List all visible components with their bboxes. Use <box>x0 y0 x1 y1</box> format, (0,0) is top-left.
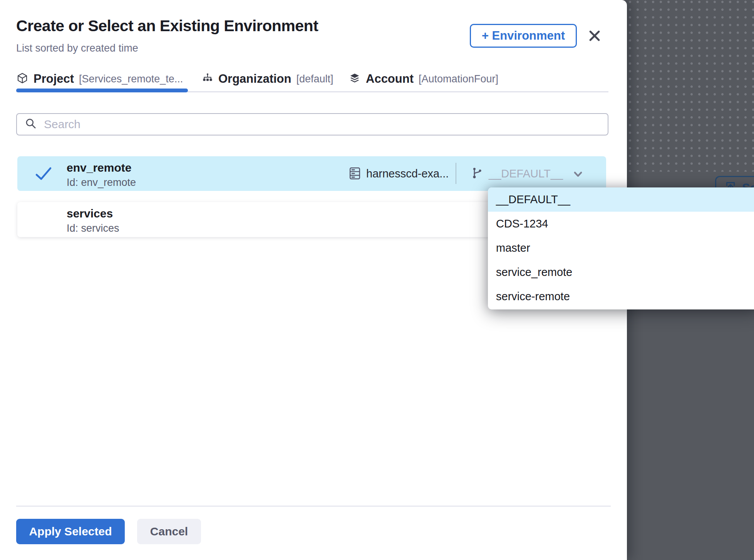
tab-account[interactable]: Account [AutomationFour] <box>349 70 498 88</box>
environment-name: services <box>67 207 113 220</box>
tab-account-label: Account <box>366 72 414 86</box>
branch-option-service-underscore-remote[interactable]: service_remote <box>488 260 754 284</box>
page-title: Create or Select an Existing Environment <box>16 17 318 35</box>
branch-option-master[interactable]: master <box>488 236 754 260</box>
org-chart-icon <box>202 72 213 85</box>
vertical-divider <box>456 163 456 184</box>
tab-project[interactable]: Project [Services_remote_te... <box>16 70 183 88</box>
footer-divider <box>16 506 611 507</box>
branch-select[interactable]: __DEFAULT__ <box>468 156 606 191</box>
chevron-down-icon[interactable] <box>571 167 585 182</box>
canvas-dot-grid <box>627 0 754 172</box>
repository-name: harnesscd-exa... <box>366 167 449 180</box>
branch-option-cds-1234[interactable]: CDS-1234 <box>488 212 754 236</box>
tab-organization-scope: [default] <box>296 73 333 85</box>
search-icon <box>25 117 37 131</box>
cancel-button[interactable]: Cancel <box>137 519 201 544</box>
environment-id: Id: env_remote <box>67 177 136 189</box>
tab-project-label: Project <box>34 72 74 86</box>
apply-selected-button[interactable]: Apply Selected <box>16 519 125 544</box>
new-environment-button[interactable]: + Environment <box>470 24 577 48</box>
check-icon <box>35 167 52 182</box>
branch-current-value: __DEFAULT__ <box>489 167 563 180</box>
layers-icon <box>349 72 361 85</box>
environment-id: Id: services <box>67 222 119 234</box>
active-tab-indicator <box>16 89 188 92</box>
branch-option-service-dash-remote[interactable]: service-remote <box>488 284 754 309</box>
screen: Save Create or Select an Existing Enviro… <box>0 0 754 560</box>
branch-option-default[interactable]: __DEFAULT__ <box>488 187 754 212</box>
environment-row-env-remote[interactable]: env_remote Id: env_remote harnesscd-exa.… <box>17 156 606 191</box>
search-box <box>16 113 608 135</box>
repository-icon <box>348 166 362 182</box>
tab-organization[interactable]: Organization [default] <box>202 70 333 88</box>
git-branch-icon <box>471 167 484 181</box>
tab-organization-label: Organization <box>218 72 291 86</box>
tab-project-scope: [Services_remote_te... <box>79 73 183 85</box>
sort-hint: List sorted by created time <box>16 42 138 54</box>
environment-name: env_remote <box>67 161 131 174</box>
close-icon[interactable] <box>587 28 602 43</box>
search-input[interactable] <box>44 118 600 131</box>
cube-icon <box>16 72 28 86</box>
branch-dropdown-menu: __DEFAULT__ CDS-1234 master service_remo… <box>488 187 754 309</box>
tab-account-scope: [AutomationFour] <box>419 73 498 85</box>
